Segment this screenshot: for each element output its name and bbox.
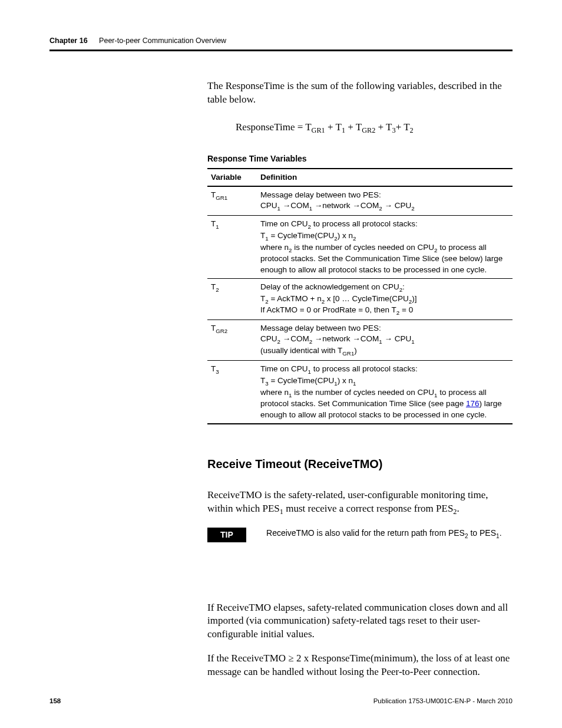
def-cell: Time on CPU1 to process all protocol sta… [257,360,513,423]
page-number: 158 [49,697,61,704]
table-row: T1 Time on CPU2 to process all protocol … [207,215,513,278]
publication-id: Publication 1753-UM001C-EN-P - March 201… [373,697,513,704]
table-header-row: Variable Definition [207,169,513,186]
section-heading: Receive Timeout (ReceiveTMO) [207,456,513,472]
page-link-176[interactable]: 176 [466,399,480,408]
response-time-formula: ResponseTime = TGR1 + T1 + TGR2 + T3+ T2 [236,121,513,136]
tip-block: TIP ReceiveTMO is also valid for the ret… [207,528,513,542]
var-cell: T1 [207,215,257,278]
chapter-label: Chapter 16 [49,37,88,45]
var-cell: T2 [207,278,257,319]
table-row: TGR1 Message delay between two PES: CPU1… [207,186,513,216]
table-title: Response Time Variables [207,153,513,164]
after-paragraph-1: If ReceiveTMO elapses, safety-related co… [207,601,513,642]
col-definition: Definition [257,169,513,186]
page-footer: 158 Publication 1753-UM001C-EN-P - March… [49,697,513,704]
tip-label: TIP [207,528,246,542]
table-row: T3 Time on CPU1 to process all protocol … [207,360,513,423]
receive-tmo-paragraph: ReceiveTMO is the safety-related, user-c… [207,489,513,517]
table-row: T2 Delay of the acknowledgement on CPU2:… [207,278,513,319]
def-cell: Message delay between two PES: CPU2 →COM… [257,320,513,361]
def-cell: Delay of the acknowledgement on CPU2: T2… [257,278,513,319]
after-paragraph-2: If the ReceiveTMO ≥ 2 x ResponseTime(min… [207,652,513,679]
var-cell: TGR1 [207,186,257,216]
intro-paragraph: The ResponseTime is the sum of the follo… [207,80,513,107]
response-time-table: Variable Definition TGR1 Message delay b… [207,168,513,424]
def-cell: Message delay between two PES: CPU1 →COM… [257,186,513,216]
running-header: Chapter 16 Peer-to-peer Communication Ov… [49,37,513,51]
def-cell: Time on CPU2 to process all protocol sta… [257,215,513,278]
tip-text: ReceiveTMO is also valid for the return … [266,528,502,540]
var-cell: TGR2 [207,320,257,361]
var-cell: T3 [207,360,257,423]
col-variable: Variable [207,169,257,186]
chapter-title: Peer-to-peer Communication Overview [99,37,226,45]
table-row: TGR2 Message delay between two PES: CPU2… [207,320,513,361]
